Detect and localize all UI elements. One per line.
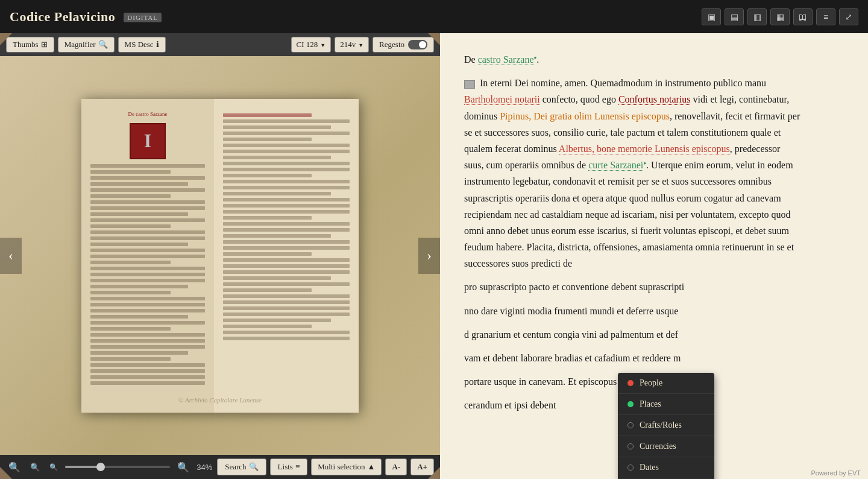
people-dot [627, 380, 634, 386]
entity-curte-sarzanei[interactable]: curte Sarzanei [588, 160, 643, 171]
page-arrow [358, 40, 363, 49]
magnifier-label: Magnifier [64, 40, 96, 49]
places-dot [627, 401, 634, 407]
ci-arrow [320, 40, 326, 49]
lists-button[interactable]: Lists ≡ [270, 458, 308, 475]
dates-dot [627, 465, 634, 471]
search-icon-bottom: 🔍 [249, 462, 259, 472]
font-decrease-label: A- [392, 462, 400, 471]
app-title: Codice Pelavicino DIGITAL [10, 9, 162, 25]
next-arrow[interactable]: › [418, 238, 440, 274]
prev-arrow[interactable]: ‹ [0, 238, 22, 274]
top-icons-container: ▣ ▤ ▥ ▦ 🕮 ≡ ⤢ [702, 8, 858, 25]
entity-albertus[interactable]: Albertus, bone memorie Lunensis episcopu… [559, 144, 730, 154]
dropdown-item-places[interactable]: Places [618, 394, 714, 415]
manuscript-image: ‹ De castro Sarzane I [0, 56, 440, 455]
single-page-icon[interactable]: ▣ [702, 8, 721, 25]
search-icon: 🔍 [98, 40, 108, 49]
zoom-handle[interactable] [96, 463, 105, 471]
dates-label: Dates [640, 463, 659, 472]
expand-icon[interactable]: ⤢ [839, 8, 858, 25]
toggle-switch [408, 40, 427, 49]
viewer-bottom: 🔍 🔍 🔍 🔍 34% Search 🔍 Lists ≡ Multi s [0, 455, 440, 479]
font-increase-label: A+ [417, 462, 427, 471]
ms-desc-label: MS Desc [125, 40, 154, 49]
people-label: People [640, 378, 662, 388]
regesto-label: Regesto [379, 40, 404, 49]
entity-pipinus[interactable]: Pipinus, Dei gratia olim Lunensis episco… [500, 111, 670, 121]
multi-selection-label: Multi selection [318, 462, 365, 472]
app-title-text: Codice Pelavicino [10, 9, 115, 24]
app-badge: DIGITAL [124, 13, 162, 22]
search-button[interactable]: Search 🔍 [217, 458, 266, 475]
powered-by-text: Powered by EVT [811, 469, 861, 477]
crafts-label: Crafts/Roles [640, 420, 682, 430]
ms-desc-button[interactable]: MS Desc ℹ [118, 37, 166, 52]
zoom-in-button[interactable]: 🔍 [175, 460, 192, 474]
top-bar: Codice Pelavicino DIGITAL ▣ ▤ ▥ ▦ 🕮 ≡ ⤢ [0, 0, 868, 33]
text-body-para2: pro suprascripto pacto et conventione de… [464, 279, 802, 295]
places-label: Places [640, 399, 661, 409]
currencies-dot [627, 443, 634, 449]
lists-label: Lists [278, 462, 293, 472]
font-decrease-button[interactable]: A- [385, 458, 407, 475]
thumbs-button[interactable]: Thumbs ⊞ [6, 37, 54, 52]
page-right [214, 99, 359, 413]
entity-castro-sarzane[interactable]: castro Sarzane [478, 54, 534, 65]
dropdown-item-crafts[interactable]: Crafts/Roles [618, 415, 714, 436]
ci-value: CI 128 [297, 40, 318, 49]
entity-confortus[interactable]: Confortus notarius [618, 94, 691, 105]
zoom-reset-button[interactable]: 🔍 [28, 462, 42, 473]
search-label: Search [225, 462, 246, 472]
text-body-para5: vam et debent laborare bradias et cafadi… [464, 350, 802, 366]
text-body-para4: d granarium et centum congia vini ad pal… [464, 326, 802, 343]
decorated-initial: I [130, 123, 166, 159]
grid-icon: ⊞ [41, 40, 48, 49]
page-left: De castro Sarzane I [81, 99, 214, 413]
page-value: 214v [340, 40, 356, 49]
text-body-para3: nno dare viginti modia frumenti mundi et… [464, 303, 802, 319]
image-area: ‹ De castro Sarzane I [0, 56, 440, 455]
entity-dropdown: People Places Crafts/Roles Currencies Da… [618, 373, 714, 479]
dropdown-item-dates[interactable]: Dates [618, 457, 714, 478]
dropdown-arrow-icon: ▲ [368, 462, 376, 472]
main-content: Thumbs ⊞ Magnifier 🔍 MS Desc ℹ CI 128 21… [0, 33, 868, 479]
magnifier-button[interactable]: Magnifier 🔍 [58, 37, 115, 52]
text-left-icon[interactable]: ▥ [747, 8, 767, 25]
text-panel: De castro Sarzane●. In eterni Dei nomine… [440, 33, 868, 479]
book-icon[interactable]: 🕮 [793, 8, 813, 25]
viewer-toolbar: Thumbs ⊞ Magnifier 🔍 MS Desc ℹ CI 128 21… [0, 33, 440, 56]
list-icon: ≡ [295, 462, 300, 472]
multi-selection-button[interactable]: Multi selection ▲ [311, 458, 382, 475]
viewer-panel: Thumbs ⊞ Magnifier 🔍 MS Desc ℹ CI 128 21… [0, 33, 440, 479]
zoom-out-button[interactable]: 🔍 [47, 462, 60, 472]
zoom-slider[interactable] [65, 466, 170, 468]
two-col-icon[interactable]: ▤ [725, 8, 744, 25]
info-icon: ℹ [156, 40, 159, 49]
image-icon [464, 80, 475, 89]
text-content: De castro Sarzane●. In eterni Dei nomine… [464, 51, 802, 414]
zoom-percent: 34% [197, 463, 212, 472]
powered-by: Powered by EVT [811, 469, 861, 477]
text-right-icon[interactable]: ▦ [770, 8, 790, 25]
manuscript-page: De castro Sarzane I [81, 99, 359, 413]
currencies-label: Currencies [640, 442, 676, 451]
page-select[interactable]: 214v [335, 37, 369, 52]
zoom-fill [65, 466, 101, 468]
dropdown-item-people[interactable]: People [618, 373, 714, 394]
regesto-toggle[interactable]: Regesto [373, 37, 434, 52]
crafts-dot [627, 422, 634, 428]
thumbs-label: Thumbs [13, 40, 39, 49]
text-body-para: In eterni Dei nomine, amen. Quemadmodum … [464, 75, 802, 271]
ci-select[interactable]: CI 128 [291, 37, 332, 52]
dropdown-item-currencies[interactable]: Currencies [618, 436, 714, 457]
watermark: © Archivio Capitolare Lunense [81, 396, 359, 404]
entity-bartholomei[interactable]: Bartholomei notarii [464, 94, 540, 105]
menu-icon[interactable]: ≡ [816, 8, 835, 25]
text-heading-para: De castro Sarzane●. [464, 51, 802, 68]
bottom-right-buttons: Search 🔍 Lists ≡ Multi selection ▲ A- A+ [217, 458, 434, 475]
